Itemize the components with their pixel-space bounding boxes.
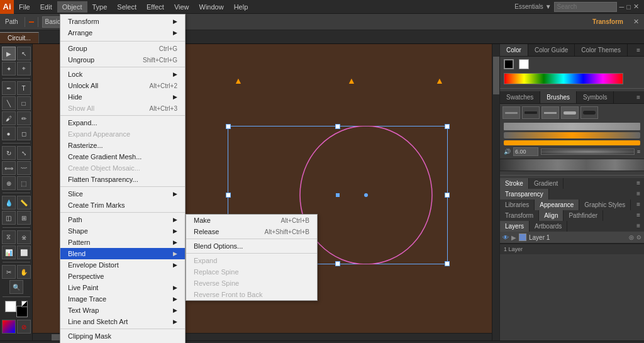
maximize-button[interactable]: □ (626, 3, 631, 11)
menu-view[interactable]: View (169, 1, 194, 13)
tab-color-guide[interactable]: Color Guide (528, 44, 575, 56)
menu-flatten[interactable]: Flatten Transparency... (60, 174, 185, 185)
menu-group-obj[interactable]: GroupCtrl+G (60, 43, 185, 54)
stroke-color-swatch[interactable] (16, 306, 28, 317)
menu-effect[interactable]: Effect (142, 1, 169, 13)
handle-tm[interactable] (335, 124, 340, 129)
menu-arrange[interactable]: Arrange▶ (60, 27, 185, 38)
menu-shape[interactable]: Shape▶ (60, 225, 185, 237)
tool-slice[interactable]: ✂ (2, 265, 16, 279)
fill-color-swatch[interactable] (5, 301, 16, 312)
fg-color[interactable] (504, 59, 514, 69)
none-fill-btn[interactable]: ⊘ (17, 320, 31, 334)
tool-artboard[interactable]: ⬜ (17, 245, 31, 259)
tab-color[interactable]: Color (500, 44, 528, 56)
tab-stroke[interactable]: Stroke (500, 178, 529, 189)
handle-mr[interactable] (445, 193, 450, 198)
tool-blob-brush[interactable]: ● (2, 127, 16, 140)
menu-envelope[interactable]: Envelope Distort▶ (60, 259, 185, 271)
tool-symbol[interactable]: ※ (17, 230, 31, 244)
tab-symbols[interactable]: Symbols (577, 91, 614, 103)
menu-expand[interactable]: Expand... (60, 117, 185, 128)
menu-pattern[interactable]: Pattern▶ (60, 237, 185, 248)
tab-pathfinder[interactable]: Pathfinder (564, 210, 603, 221)
menu-object[interactable]: Object (57, 1, 87, 13)
swatches-menu-icon[interactable]: ≡ (633, 91, 644, 103)
layer-row[interactable]: 👁 ▶ Layer 1 ◎ ⊙ (500, 232, 644, 244)
brush-item-3[interactable] (541, 106, 559, 119)
color-spectrum[interactable] (504, 73, 623, 84)
tab-graphic-styles[interactable]: Graphic Styles (579, 200, 631, 210)
brush-item-2[interactable] (522, 106, 540, 119)
menu-ungroup[interactable]: UngroupShift+Ctrl+G (60, 54, 185, 65)
tab-gradient[interactable]: Gradient (529, 178, 564, 189)
handle-br[interactable] (445, 261, 450, 266)
tab-brushes[interactable]: Brushes (540, 91, 577, 103)
tool-perspective[interactable]: ⬚ (17, 176, 31, 190)
blend-make[interactable]: Make Alt+Ctrl+B (186, 215, 317, 226)
brush-size-input[interactable] (513, 147, 538, 156)
menu-trim-marks[interactable]: Create Trim Marks (60, 200, 185, 211)
menu-help[interactable]: Help (229, 1, 253, 13)
panel-close-icon[interactable]: ✕ (631, 18, 641, 26)
menu-line-sketch[interactable]: Line and Sketch Art▶ (60, 316, 185, 327)
tab-color-themes[interactable]: Color Themes (575, 44, 628, 56)
tool-rotate[interactable]: ↻ (2, 146, 16, 160)
tool-magic-wand[interactable]: ✦ (2, 62, 16, 76)
tool-width[interactable]: ⟺ (2, 161, 16, 175)
menu-blend[interactable]: Blend▶ (60, 248, 185, 259)
tab-appearance[interactable]: Appearance (535, 200, 579, 210)
tool-blend[interactable]: ⧖ (2, 230, 16, 244)
brush-menu-arrow[interactable]: ≡ (637, 149, 640, 155)
tab-transform-sub[interactable]: Transform (500, 210, 539, 221)
tool-lasso[interactable]: ⌖ (17, 62, 31, 76)
tab-layers[interactable]: Layers (500, 221, 530, 232)
color-mode-btn[interactable] (2, 320, 16, 334)
tool-eraser[interactable]: ◻ (17, 127, 31, 140)
tool-rect[interactable]: □ (17, 96, 31, 110)
brush-item-5[interactable] (580, 106, 598, 119)
tool-mesh[interactable]: ⊞ (17, 211, 31, 225)
tool-text[interactable]: T (17, 81, 31, 95)
menu-unlock-all[interactable]: Unlock AllAlt+Ctrl+2 (60, 80, 185, 91)
tool-line[interactable]: ╲ (2, 96, 16, 110)
menu-perspective[interactable]: Perspective (60, 271, 185, 282)
tool-pen[interactable]: ✒ (2, 81, 16, 95)
minimize-button[interactable]: ─ (619, 3, 625, 11)
menu-text-wrap[interactable]: Text Wrap▶ (60, 305, 185, 316)
handle-tl[interactable] (226, 124, 231, 129)
tool-shape-builder[interactable]: ⊕ (2, 176, 16, 190)
menu-image-trace[interactable]: Image Trace▶ (60, 293, 185, 305)
blend-options[interactable]: Blend Options... (186, 240, 317, 252)
brush-preview-2[interactable] (504, 132, 640, 138)
tool-gradient[interactable]: ◫ (2, 211, 16, 225)
brush-item-4[interactable] (561, 106, 579, 119)
tool-measure[interactable]: 📏 (17, 196, 31, 210)
menu-type[interactable]: Type (87, 1, 113, 13)
menu-rasterize[interactable]: Rasterize... (60, 140, 185, 151)
menu-hide[interactable]: Hide▶ (60, 91, 185, 103)
tool-zoom[interactable]: 🔍 (9, 280, 23, 294)
tool-pencil[interactable]: ✏ (17, 111, 31, 125)
handle-ml[interactable] (226, 193, 231, 198)
menu-file[interactable]: File (14, 1, 35, 13)
tool-paintbrush[interactable]: 🖌 (2, 111, 16, 125)
v-scroll-thumb[interactable] (493, 57, 499, 94)
brush-preview-3[interactable] (504, 140, 640, 145)
menu-transform[interactable]: Transform▶ (60, 16, 185, 27)
tab-swatches[interactable]: Swatches (500, 91, 540, 103)
handle-bm[interactable] (335, 261, 340, 266)
layer-target-icon[interactable]: ◎ (629, 234, 634, 240)
menu-gradient-mesh[interactable]: Create Gradient Mesh... (60, 151, 185, 162)
tab-transparency[interactable]: Transparency (500, 189, 549, 200)
tool-select[interactable]: ▶ (2, 47, 16, 60)
brush-preview-1[interactable] (504, 123, 640, 130)
tool-hand[interactable]: ✋ (17, 265, 31, 279)
stroke-color[interactable] (29, 21, 34, 23)
close-button[interactable]: ✕ (633, 3, 639, 11)
swap-colors-icon[interactable] (21, 301, 28, 307)
handle-tr[interactable] (445, 124, 450, 129)
tool-scale[interactable]: ⤡ (17, 146, 31, 160)
tab-align[interactable]: Align (539, 210, 564, 221)
stroke-menu-icon[interactable]: ≡ (633, 178, 644, 189)
